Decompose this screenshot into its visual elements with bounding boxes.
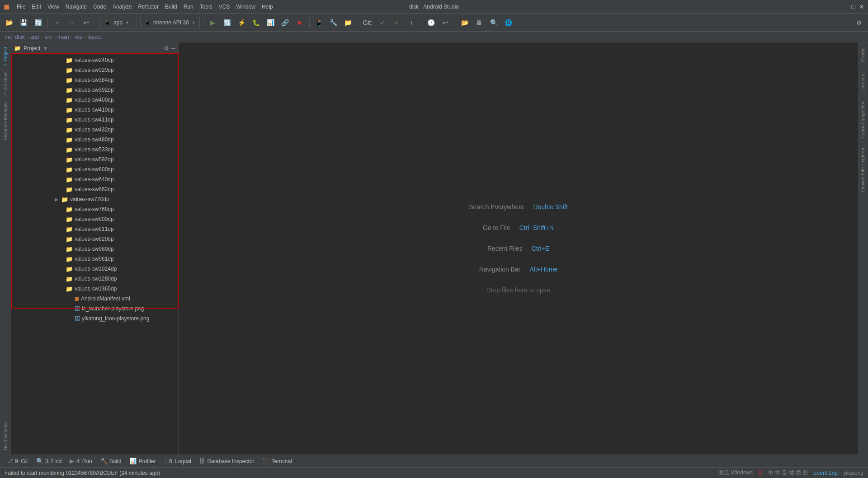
tree-item[interactable]: 📁values-sw820dp bbox=[11, 234, 178, 244]
gradle-tab[interactable]: Gradle bbox=[859, 42, 868, 67]
tree-item[interactable]: 📁values-sw811dp bbox=[11, 224, 178, 234]
debug-button[interactable]: 🐛 bbox=[250, 16, 263, 29]
stop-button[interactable]: ■ bbox=[293, 16, 306, 29]
find-in-files-btn[interactable]: 🖥 bbox=[473, 16, 486, 29]
sidebar-build-tab[interactable]: Build Variants bbox=[0, 420, 10, 453]
menu-build[interactable]: Build bbox=[162, 3, 180, 11]
tree-item[interactable]: 📁values-sw240dp bbox=[11, 55, 178, 65]
menu-navigate[interactable]: Navigate bbox=[63, 3, 90, 11]
undo-btn[interactable]: ↩ bbox=[439, 16, 452, 29]
layout-inspector-tab[interactable]: Layout Inspector bbox=[859, 96, 868, 142]
sidebar-structure-tab[interactable]: 2: Structure bbox=[0, 70, 10, 98]
emulator-tab[interactable]: Emulator bbox=[859, 67, 868, 96]
attach-button[interactable]: 🔗 bbox=[279, 16, 292, 29]
save-button[interactable]: 💾 bbox=[17, 16, 30, 29]
tree-item[interactable]: 📁values-sw432dp bbox=[11, 125, 178, 135]
build-bottom-btn[interactable]: 🔨 Build bbox=[97, 456, 125, 467]
translate-btn[interactable]: 🌐 bbox=[502, 16, 514, 29]
database-inspector-bottom-btn[interactable]: 🗄 Database Inspector bbox=[196, 456, 258, 467]
avd-button[interactable]: 📱 bbox=[313, 16, 326, 29]
tree-item[interactable]: 📁values-sw1024dp bbox=[11, 264, 178, 274]
forward-button[interactable]: → bbox=[66, 16, 78, 29]
minimize-button[interactable]: ─ bbox=[844, 3, 848, 10]
tree-item[interactable]: 📁values-sw961dp bbox=[11, 254, 178, 264]
menu-analyze[interactable]: Analyze bbox=[110, 3, 135, 11]
sidebar-project-tab[interactable]: 1: Project bbox=[0, 44, 10, 69]
find-bottom-btn[interactable]: 🔍 3: Find bbox=[33, 456, 66, 467]
menu-edit[interactable]: Edit bbox=[29, 3, 44, 11]
api-dropdown[interactable]: 📱 oneone API 30 ▼ bbox=[140, 17, 200, 28]
back-button[interactable]: ← bbox=[51, 16, 64, 29]
menu-vcs[interactable]: VCS bbox=[216, 3, 233, 11]
breadcrumb-res[interactable]: res bbox=[75, 34, 82, 40]
settings-btn[interactable]: ⚙ bbox=[853, 16, 865, 29]
tree-item[interactable]: 📁values-sw800dp bbox=[11, 214, 178, 224]
tree-item[interactable]: 📁values-sw392dp bbox=[11, 85, 178, 95]
profile-button[interactable]: 📊 bbox=[264, 16, 277, 29]
tree-item[interactable]: 📁values-sw480dp bbox=[11, 135, 178, 145]
menu-run[interactable]: Run bbox=[181, 3, 196, 11]
profiler-bottom-btn[interactable]: 📊 Profiler bbox=[126, 456, 159, 467]
tree-item[interactable]: 📁values-sw640dp bbox=[11, 174, 178, 184]
sdk-button[interactable]: 🔧 bbox=[327, 16, 340, 29]
maximize-button[interactable]: □ bbox=[852, 3, 855, 10]
file-item[interactable]: 🖼ic_launcher-playstore.png bbox=[11, 304, 178, 314]
project-config-icon[interactable]: ⚙ bbox=[164, 45, 169, 52]
tree-item[interactable]: 📁values-sw410dp bbox=[11, 105, 178, 115]
terminal-bottom-btn[interactable]: ⬛ Terminal bbox=[259, 456, 295, 467]
tree-item[interactable]: 📁values-sw1365dp bbox=[11, 284, 178, 294]
breadcrumb-src[interactable]: src bbox=[45, 34, 52, 40]
sidebar-resource-tab[interactable]: Resource Manager bbox=[0, 99, 10, 143]
project-files-btn[interactable]: 📂 bbox=[458, 16, 471, 29]
sync-gradle-button[interactable]: 🔃 bbox=[221, 16, 234, 29]
tree-item[interactable]: 📁values-sw662dp bbox=[11, 184, 178, 194]
tree-item[interactable]: 📁values-sw384dp bbox=[11, 75, 178, 85]
menu-tools[interactable]: Tools bbox=[197, 3, 215, 11]
tree-item[interactable]: 📁values-sw1280dp bbox=[11, 274, 178, 284]
breadcrumb-net-disk[interactable]: net_disk bbox=[5, 34, 25, 40]
git-update-btn[interactable]: ↑ bbox=[405, 16, 418, 29]
open-file-button[interactable]: 📂 bbox=[3, 16, 15, 29]
project-panel-header: 📁 Project ▼ ⚙ ─ bbox=[11, 42, 178, 54]
sync-button[interactable]: 🔄 bbox=[32, 16, 44, 29]
git-bottom-btn[interactable]: ⎇ 9: Git bbox=[3, 456, 32, 467]
breadcrumb-main[interactable]: main bbox=[57, 34, 69, 40]
breadcrumb-app[interactable]: app bbox=[30, 34, 39, 40]
app-dropdown[interactable]: 📱 app ▼ bbox=[99, 17, 133, 28]
event-log-btn[interactable]: Event Log bbox=[813, 470, 838, 476]
menu-window[interactable]: Window bbox=[233, 3, 258, 11]
menu-view[interactable]: View bbox=[45, 3, 62, 11]
run-button[interactable]: ▶ bbox=[207, 16, 219, 29]
tree-item[interactable]: 📁values-sw600dp bbox=[11, 164, 178, 174]
menu-file[interactable]: File bbox=[14, 3, 28, 11]
tree-item[interactable]: 📁values-sw533dp bbox=[11, 145, 178, 155]
project-dropdown-arrow[interactable]: ▼ bbox=[43, 46, 48, 51]
menu-help[interactable]: Help bbox=[259, 3, 276, 11]
device-file-btn[interactable]: 📁 bbox=[342, 16, 354, 29]
tree-item[interactable]: 📁values-sw411dp bbox=[11, 115, 178, 125]
logcat-bottom-btn[interactable]: ≡ 6: Logcat bbox=[160, 456, 195, 467]
project-collapse-icon[interactable]: ─ bbox=[171, 45, 175, 52]
editor-area[interactable]: Search Everywhere Double Shift Go to Fil… bbox=[179, 42, 858, 455]
breadcrumb-layout[interactable]: layout bbox=[87, 34, 102, 40]
tree-item[interactable]: 📁values-sw960dp bbox=[11, 244, 178, 254]
tree-item[interactable]: ▶📁values-sw720dp bbox=[11, 194, 178, 204]
device-file-explorer-tab[interactable]: Device File Explorer bbox=[859, 142, 868, 196]
file-item[interactable]: 🖼yikatong_icon-playstore.png bbox=[11, 314, 178, 323]
folder-icon: 📁 bbox=[66, 117, 73, 123]
close-button[interactable]: ✕ bbox=[859, 3, 864, 10]
tree-item[interactable]: 📁values-sw400dp bbox=[11, 95, 178, 105]
revert-button[interactable]: ↩ bbox=[80, 16, 93, 29]
git-commit-btn[interactable]: ✓ bbox=[376, 16, 389, 29]
menu-refactor[interactable]: Refactor bbox=[136, 3, 161, 11]
git-push-btn[interactable]: ✓ bbox=[391, 16, 403, 29]
make-button[interactable]: ⚡ bbox=[236, 16, 248, 29]
history-btn[interactable]: 🕐 bbox=[425, 16, 437, 29]
menu-code[interactable]: Code bbox=[90, 3, 109, 11]
tree-item[interactable]: 📁values-sw592dp bbox=[11, 155, 178, 164]
file-item[interactable]: ◼AndroidManifest.xml bbox=[11, 294, 178, 304]
run-bottom-btn[interactable]: ▶ 4: Run bbox=[66, 456, 95, 467]
tree-item[interactable]: 📁values-sw320dp bbox=[11, 65, 178, 75]
tree-item[interactable]: 📁values-sw768dp bbox=[11, 204, 178, 214]
search-btn[interactable]: 🔍 bbox=[487, 16, 500, 29]
